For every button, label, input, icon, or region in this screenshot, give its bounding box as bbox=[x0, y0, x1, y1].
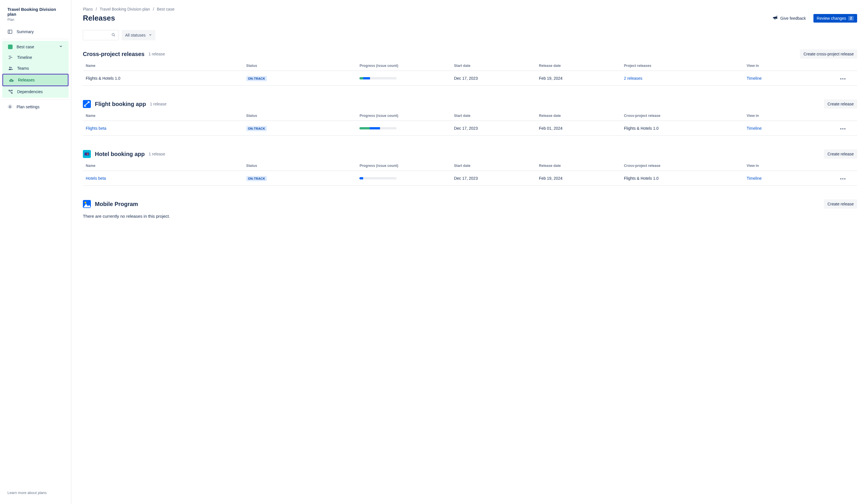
cell-release-date: Feb 19, 2024 bbox=[536, 171, 621, 186]
breadcrumb: Plans / Travel Booking Division plan / B… bbox=[83, 7, 857, 11]
release-name-link[interactable]: Hotels beta bbox=[86, 176, 106, 181]
section-title: Cross-project releases bbox=[83, 51, 145, 58]
timeline-link[interactable]: Timeline bbox=[747, 176, 761, 181]
page-title: Releases bbox=[83, 14, 115, 23]
progress-bar bbox=[359, 177, 397, 179]
cell-name: Hotels beta bbox=[83, 171, 243, 186]
cell-view-in: Timeline bbox=[744, 71, 829, 86]
chevron-down-icon bbox=[59, 44, 63, 49]
progress-done bbox=[359, 127, 370, 130]
chevron-down-icon bbox=[148, 33, 152, 37]
release-count: 1 release bbox=[148, 152, 165, 156]
cell-actions bbox=[829, 71, 857, 86]
create-release-button[interactable]: Create release bbox=[824, 99, 857, 109]
project-icon-hotel bbox=[83, 150, 91, 158]
svg-point-5 bbox=[9, 67, 11, 68]
table-row: Hotels beta ON-TRACK Dec 17, 2023 Feb 19… bbox=[83, 171, 857, 186]
col-status: Status bbox=[243, 111, 357, 121]
cell-view-in: Timeline bbox=[744, 121, 829, 136]
cell-cross-project: Flights & Hotels 1.0 bbox=[621, 171, 744, 186]
review-label: Review changes bbox=[817, 16, 846, 21]
sidebar-item-summary[interactable]: Summary bbox=[2, 26, 69, 37]
sidebar-item-teams[interactable]: Teams bbox=[2, 63, 69, 74]
breadcrumb-plan-name[interactable]: Travel Booking Division plan bbox=[100, 7, 150, 11]
cell-actions bbox=[829, 121, 857, 136]
progress-inprogress bbox=[370, 127, 380, 130]
review-count-badge: 2 bbox=[848, 16, 854, 21]
sidebar: Travel Booking Division plan Plan Summar… bbox=[0, 0, 71, 504]
status-badge: ON-TRACK bbox=[246, 176, 267, 181]
feedback-label: Give feedback bbox=[780, 16, 806, 21]
timeline-link[interactable]: Timeline bbox=[747, 76, 761, 81]
svg-point-18 bbox=[85, 202, 86, 203]
release-name-link[interactable]: Flights beta bbox=[86, 126, 106, 131]
search-field[interactable] bbox=[86, 33, 111, 37]
search-input[interactable] bbox=[83, 30, 119, 40]
create-release-button[interactable]: Create release bbox=[824, 149, 857, 158]
release-table-flight: Name Status Progress (issue count) Start… bbox=[83, 111, 857, 136]
status-filter-button[interactable]: All statuses bbox=[122, 30, 155, 40]
more-actions-button[interactable] bbox=[839, 125, 847, 131]
col-status: Status bbox=[243, 61, 357, 71]
sidebar-scenario-group: Best case Timeline Teams Releases bbox=[2, 41, 69, 98]
review-changes-button[interactable]: Review changes 2 bbox=[813, 14, 857, 23]
search-icon bbox=[111, 33, 116, 38]
progress-bar bbox=[359, 127, 397, 130]
col-view-in: View in bbox=[744, 161, 829, 171]
project-releases-link[interactable]: 2 releases bbox=[624, 76, 643, 81]
col-name: Name bbox=[83, 111, 243, 121]
col-start: Start date bbox=[451, 161, 536, 171]
release-table-hotel: Name Status Progress (issue count) Start… bbox=[83, 161, 857, 186]
status-label: All statuses bbox=[125, 33, 146, 37]
project-icon-flight bbox=[83, 100, 91, 108]
table-row: Flights & Hotels 1.0 ON-TRACK Dec 17, 20… bbox=[83, 71, 857, 86]
timeline-icon bbox=[8, 55, 13, 60]
section-title: Mobile Program bbox=[95, 201, 138, 207]
breadcrumb-plans[interactable]: Plans bbox=[83, 7, 93, 11]
svg-point-11 bbox=[112, 34, 114, 36]
sidebar-item-label: Best case bbox=[16, 45, 34, 49]
sidebar-item-label: Dependencies bbox=[17, 89, 43, 94]
cell-actions bbox=[829, 171, 857, 186]
cell-progress bbox=[357, 71, 451, 86]
sidebar-item-best-case[interactable]: Best case bbox=[2, 41, 69, 52]
dependencies-icon bbox=[8, 89, 13, 94]
table-row: Flights beta ON-TRACK Dec 17, 2023 Feb 0… bbox=[83, 121, 857, 136]
gear-icon bbox=[8, 104, 13, 109]
progress-done bbox=[359, 77, 363, 80]
plan-title: Travel Booking Division plan bbox=[2, 7, 69, 16]
sidebar-item-timeline[interactable]: Timeline bbox=[2, 52, 69, 63]
table-header-row: Name Status Progress (issue count) Start… bbox=[83, 111, 857, 121]
sidebar-item-settings[interactable]: Plan settings bbox=[2, 101, 69, 112]
cell-release-date: Feb 19, 2024 bbox=[536, 71, 621, 86]
sidebar-item-label: Teams bbox=[17, 66, 29, 71]
create-cross-project-release-button[interactable]: Create cross-project release bbox=[800, 49, 857, 59]
more-actions-button[interactable] bbox=[839, 75, 847, 82]
filters-row: All statuses bbox=[83, 30, 857, 40]
col-view-in: View in bbox=[744, 61, 829, 71]
col-name: Name bbox=[83, 61, 243, 71]
sidebar-footer-link[interactable]: Learn more about plans bbox=[2, 486, 69, 500]
people-icon bbox=[8, 66, 13, 71]
svg-point-9 bbox=[11, 90, 13, 91]
sidebar-item-releases[interactable]: Releases bbox=[2, 74, 69, 86]
breadcrumb-scenario[interactable]: Best case bbox=[157, 7, 174, 11]
page-header: Releases Give feedback Review changes 2 bbox=[83, 13, 857, 23]
cell-status: ON-TRACK bbox=[243, 71, 357, 86]
col-actions bbox=[829, 61, 857, 71]
sidebar-item-label: Summary bbox=[16, 29, 34, 34]
col-actions bbox=[829, 111, 857, 121]
progress-bar bbox=[359, 77, 397, 80]
col-progress: Progress (issue count) bbox=[357, 161, 451, 171]
cell-view-in: Timeline bbox=[744, 171, 829, 186]
create-release-button[interactable]: Create release bbox=[824, 200, 857, 208]
more-actions-button[interactable] bbox=[839, 175, 847, 181]
col-project-releases: Project releases bbox=[621, 61, 744, 71]
timeline-link[interactable]: Timeline bbox=[747, 126, 761, 131]
project-icon-mobile bbox=[83, 200, 91, 208]
sidebar-item-dependencies[interactable]: Dependencies bbox=[2, 86, 69, 97]
give-feedback-button[interactable]: Give feedback bbox=[770, 13, 808, 23]
progress-inprogress bbox=[363, 77, 370, 80]
col-release: Release date bbox=[536, 161, 621, 171]
section-header-hotel: Hotel booking app 1 release Create relea… bbox=[83, 149, 857, 158]
